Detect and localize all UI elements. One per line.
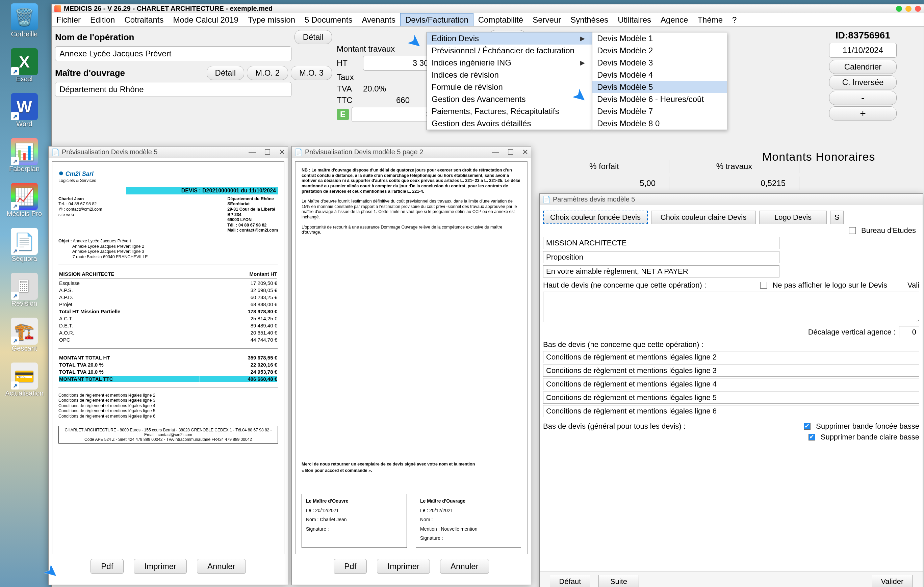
menu-item[interactable]: Prévisionnel / Échéancier de facturation [427,44,592,57]
mo3-button[interactable]: M.O. 3 [291,66,332,80]
menu-devis-facturation[interactable]: Devis/Facturation [400,13,474,26]
condition-input[interactable] [543,351,919,363]
menu-item[interactable]: Indices ingénierie ING▶ [427,57,592,69]
menu-agence[interactable]: Agence [656,13,693,26]
maitre-ouvrage-input[interactable]: Département du Rhône [55,82,292,97]
menu-item[interactable]: Paiements, Factures, Récapitulatifs [427,105,592,117]
suite-button[interactable]: Suite [599,575,639,587]
submenu-item[interactable]: Devis Modèle 3 [592,57,727,69]
maximize-icon[interactable]: ☐ [507,148,514,157]
cancel-button[interactable]: Annuler [440,559,489,574]
menu-mode-calcul-2019[interactable]: Mode Calcul 2019 [168,13,243,26]
submenu-item[interactable]: Devis Modèle 1 [592,33,727,44]
pdf-button[interactable]: Pdf [91,559,124,574]
bureau-etudes-checkbox[interactable] [849,227,856,234]
menu-edition[interactable]: Edition [86,13,120,26]
menu-type-mission[interactable]: Type mission [243,13,300,26]
window-title: MEDICIS 26 - V 26.29 - CHARLET ARCHITECT… [64,5,272,13]
plus-button[interactable]: + [829,106,897,120]
minus-button[interactable]: - [829,91,897,105]
desktop-icon-sequora[interactable]: 📄↗Séquora [4,228,45,263]
submenu-item[interactable]: Devis Modèle 4 [592,69,727,81]
taux-label: Taux [337,72,360,82]
menu-synth-ses[interactable]: Synthèses [566,13,613,26]
e-badge[interactable]: E [337,109,349,120]
s-button[interactable]: S [830,210,844,224]
close-icon[interactable]: ✕ [522,148,528,157]
close-icon[interactable]: ✕ [279,148,285,157]
maximize-icon[interactable]: ☐ [264,148,271,157]
params-footer: Défaut Suite Valider [540,571,922,587]
menu-th-me[interactable]: Thème [693,13,728,26]
menu--[interactable]: ? [728,13,741,26]
haut-devis-textarea[interactable] [543,292,919,322]
proposition-input[interactable] [543,251,779,263]
gescant-icon: 🏗️↗ [11,317,38,345]
c-inversee-button[interactable]: C. Inversée [829,75,897,89]
submenu-item[interactable]: Devis Modèle 6 - Heures/coût [592,93,727,105]
desktop-icon-gescant[interactable]: 🏗️↗Gescant [4,317,45,352]
menu-item[interactable]: Gestion des Avoirs détaillés [427,117,592,130]
minimize-icon[interactable]: — [492,148,499,157]
condition-input[interactable] [543,405,919,417]
menu-5-documents[interactable]: 5 Documents [300,13,357,26]
operation-label: Nom de l'opération [55,32,134,43]
desktop-icon-trash[interactable]: 🗑️Corbeille [4,3,45,38]
menu-comptabilit-[interactable]: Comptabilité [474,13,528,26]
reglement-input[interactable] [543,265,779,278]
submenu-item[interactable]: Devis Modèle 2 [592,44,727,57]
desktop-icon-medicispro[interactable]: 📈↗Médicis Pro [4,183,45,218]
supprimer-claire-checkbox[interactable] [808,434,815,441]
shortcut-arrow-icon: ↗ [11,157,19,165]
calendrier-button[interactable]: Calendrier [829,60,897,74]
menu-fichier[interactable]: Fichier [52,13,86,26]
pct-forfait-header: % forfait [540,159,669,173]
submenu-item[interactable]: Devis Modèle 8 0 [592,117,727,130]
cancel-button[interactable]: Annuler [197,559,246,574]
menu-utilitaires[interactable]: Utilitaires [613,13,656,26]
mission-input[interactable] [543,237,779,249]
date-input[interactable]: 11/10/2024 [829,43,897,58]
pdf-button[interactable]: Pdf [334,559,367,574]
condition-input[interactable] [543,391,919,404]
valider-button[interactable]: Valider [872,575,912,587]
shortcut-arrow-icon: ↗ [11,292,19,300]
submenu-item[interactable]: Devis Modèle 7 [592,105,727,117]
params-title: Paramètres devis modèle 5 [553,196,635,203]
color-light-button[interactable]: Choix couleur claire Devis [651,210,756,224]
menu-item[interactable]: Gestion des Avancements [427,93,592,105]
detail-button[interactable]: Détail [294,30,332,44]
mo2-button[interactable]: M.O. 2 [247,66,288,80]
menu-item[interactable]: Edition Devis▶ [427,33,592,44]
menu-item[interactable]: Indices de révision [427,69,592,81]
close-button[interactable] [915,6,921,12]
desktop-icon-word[interactable]: W↗Word [4,93,45,128]
logo-devis-button[interactable]: Logo Devis [759,210,827,224]
totals-table: MONTANT TOTAL HT359 678,55 €TOTAL TVA 20… [58,354,278,383]
submenu-item[interactable]: Devis Modèle 5 [592,81,727,93]
desktop-icon-faberplan[interactable]: 📊↗Faberplan [4,138,45,173]
condition-input[interactable] [543,365,919,377]
color-dark-button[interactable]: Choix couleur foncée Devis [543,210,648,224]
mission-table: MISSION ARCHITECTEMontant HT Esquisse17 … [58,270,278,344]
maximize-button[interactable] [906,6,911,12]
menu-avenants[interactable]: Avenants [357,13,400,26]
menu-serveur[interactable]: Serveur [528,13,566,26]
desktop-icon-revision[interactable]: 🖩↗Revision [4,273,45,307]
supprimer-foncee-checkbox[interactable] [804,423,810,430]
minimize-button[interactable] [896,6,902,12]
desktop-icon-actualisation[interactable]: 💳↗Actualisation [4,363,45,397]
chevron-right-icon: ▶ [580,35,585,42]
print-button[interactable]: Imprimer [377,559,430,574]
menu-item[interactable]: Formule de révision [427,81,592,93]
menu-cotraitants[interactable]: Cotraitants [120,13,168,26]
operation-input[interactable]: Annexe Lycée Jacques Prévert [55,46,292,61]
decalage-input[interactable] [899,326,919,338]
condition-input[interactable] [543,378,919,390]
no-logo-checkbox[interactable] [760,282,767,289]
defaut-button[interactable]: Défaut [550,575,590,587]
print-button[interactable]: Imprimer [134,559,187,574]
detail-button-2[interactable]: Détail [207,66,244,80]
desktop-icon-excel[interactable]: X↗Excel [4,48,45,83]
minimize-icon[interactable]: — [249,148,256,157]
